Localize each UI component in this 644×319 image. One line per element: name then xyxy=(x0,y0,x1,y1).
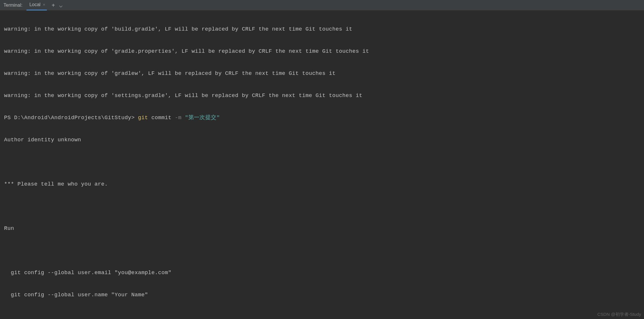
tab-label: Local xyxy=(29,2,40,7)
chevron-down-icon[interactable]: ⌵ xyxy=(59,2,63,8)
prompt-line: PS D:\Android\AndroidProjects\GitStudy> … xyxy=(4,112,641,124)
close-icon[interactable]: × xyxy=(43,3,45,7)
output-line xyxy=(4,201,641,212)
add-tab-icon[interactable]: + xyxy=(52,2,55,8)
output-line: git config --global user.email "you@exam… xyxy=(4,267,641,279)
output-line: warning: in the working copy of 'build.g… xyxy=(4,24,641,35)
output-line: *** Please tell me who you are. xyxy=(4,179,641,190)
watermark: CSDN @初学者-Study xyxy=(597,312,641,317)
output-line: warning: in the working copy of 'gradle.… xyxy=(4,46,641,57)
output-line: Author identity unknown xyxy=(4,135,641,146)
prompt-path: PS D:\Android\AndroidProjects\GitStudy> xyxy=(4,115,138,121)
cmd-commit: commit xyxy=(148,115,175,121)
cmd-flag: -m xyxy=(175,115,185,121)
output-line xyxy=(4,312,641,319)
output-line: warning: in the working copy of 'setting… xyxy=(4,90,641,101)
output-line: Run xyxy=(4,223,641,234)
tab-local[interactable]: Local × xyxy=(26,0,47,10)
output-line: git config --global user.name "Your Name… xyxy=(4,290,641,301)
output-line xyxy=(4,245,641,256)
terminal-output[interactable]: warning: in the working copy of 'build.g… xyxy=(0,10,644,319)
terminal-header: Terminal: Local × + ⌵ xyxy=(0,0,644,10)
header-actions: + ⌵ xyxy=(52,2,63,8)
cmd-git: git xyxy=(138,115,148,121)
terminal-title: Terminal: xyxy=(3,3,22,8)
cmd-message: "第一次提交" xyxy=(185,115,220,121)
output-line xyxy=(4,157,641,168)
output-line: warning: in the working copy of 'gradlew… xyxy=(4,68,641,79)
